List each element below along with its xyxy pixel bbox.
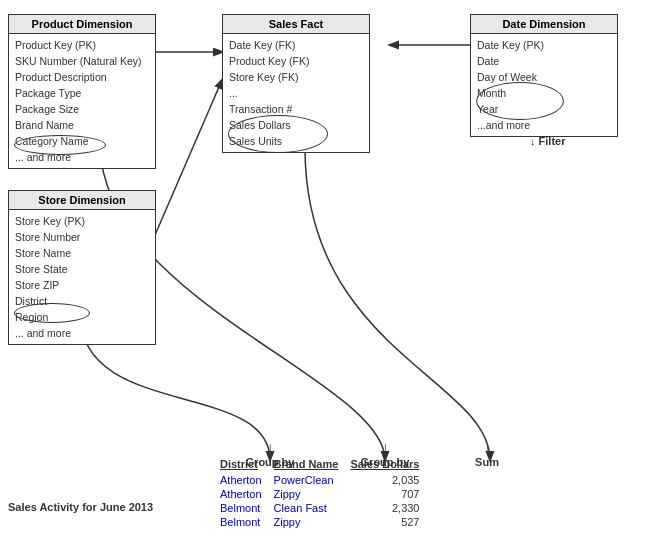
field-date: Date <box>477 53 611 69</box>
col-header-sales: Sales Dollars <box>350 457 431 473</box>
field-store-key-pk: Store Key (PK) <box>15 213 149 229</box>
cell-sales: 2,035 <box>350 473 431 487</box>
cell-sales: 707 <box>350 487 431 501</box>
field-more-product: ... and more <box>15 149 149 165</box>
field-store-zip: Store ZIP <box>15 277 149 293</box>
field-store-key-fk: Store Key (FK) <box>229 69 363 85</box>
date-dim-title: Date Dimension <box>471 15 617 34</box>
store-dim-fields: Store Key (PK) Store Number Store Name S… <box>9 210 155 344</box>
field-dow: Day of Week <box>477 69 611 85</box>
cell-district: Atherton <box>220 473 274 487</box>
cell-district: Atherton <box>220 487 274 501</box>
field-month: Month <box>477 85 611 101</box>
sum-label: ↓ Sum <box>462 440 512 468</box>
field-product-key: Product Key (PK) <box>15 37 149 53</box>
field-ellipsis: ... <box>229 85 363 101</box>
date-dim-fields: Date Key (PK) Date Day of Week Month Yea… <box>471 34 617 136</box>
field-store-state: Store State <box>15 261 149 277</box>
sales-fact-title: Sales Fact <box>223 15 369 34</box>
store-dim-title: Store Dimension <box>9 191 155 210</box>
col-header-district: District <box>220 457 274 473</box>
cell-brand: Clean Fast <box>274 501 351 515</box>
table-row: BelmontClean Fast2,330 <box>220 501 431 515</box>
store-dimension-box: Store Dimension Store Key (PK) Store Num… <box>8 190 156 345</box>
cell-brand: Zippy <box>274 487 351 501</box>
cell-sales: 527 <box>350 515 431 529</box>
field-pkg-type: Package Type <box>15 85 149 101</box>
field-date-key-pk: Date Key (PK) <box>477 37 611 53</box>
field-date-key-fk: Date Key (FK) <box>229 37 363 53</box>
field-more-store: ... and more <box>15 325 149 341</box>
field-district: District <box>15 293 149 309</box>
field-brand-name: Brand Name <box>15 117 149 133</box>
table-row: AthertonPowerClean2,035 <box>220 473 431 487</box>
field-transaction: Transaction # <box>229 101 363 117</box>
field-pkg-size: Package Size <box>15 101 149 117</box>
table-row: AthertonZippy707 <box>220 487 431 501</box>
result-table: District Brand Name Sales Dollars Athert… <box>220 457 431 529</box>
field-store-number: Store Number <box>15 229 149 245</box>
product-dim-title: Product Dimension <box>9 15 155 34</box>
field-cat-name: Category Name <box>15 133 149 149</box>
cell-sales: 2,330 <box>350 501 431 515</box>
sales-fact-fields: Date Key (FK) Product Key (FK) Store Key… <box>223 34 369 152</box>
table-row: BelmontZippy527 <box>220 515 431 529</box>
filter-label: ↓ Filter <box>530 135 565 147</box>
svg-line-1 <box>155 80 222 235</box>
cell-brand: Zippy <box>274 515 351 529</box>
cell-district: Belmont <box>220 501 274 515</box>
field-year: Year <box>477 101 611 117</box>
field-more-date: ...and more <box>477 117 611 133</box>
sales-fact-box: Sales Fact Date Key (FK) Product Key (FK… <box>222 14 370 153</box>
field-sales-dollars: Sales Dollars <box>229 117 363 133</box>
field-prod-desc: Product Description <box>15 69 149 85</box>
col-header-brand: Brand Name <box>274 457 351 473</box>
cell-district: Belmont <box>220 515 274 529</box>
field-sales-units: Sales Units <box>229 133 363 149</box>
date-dimension-box: Date Dimension Date Key (PK) Date Day of… <box>470 14 618 137</box>
diagram-container: Product Dimension Product Key (PK) SKU N… <box>0 0 655 549</box>
result-table-container: District Brand Name Sales Dollars Athert… <box>220 457 431 529</box>
cell-brand: PowerClean <box>274 473 351 487</box>
product-dim-fields: Product Key (PK) SKU Number (Natural Key… <box>9 34 155 168</box>
field-product-key-fk: Product Key (FK) <box>229 53 363 69</box>
field-region: Region <box>15 309 149 325</box>
product-dimension-box: Product Dimension Product Key (PK) SKU N… <box>8 14 156 169</box>
field-store-name: Store Name <box>15 245 149 261</box>
field-sku: SKU Number (Natural Key) <box>15 53 149 69</box>
